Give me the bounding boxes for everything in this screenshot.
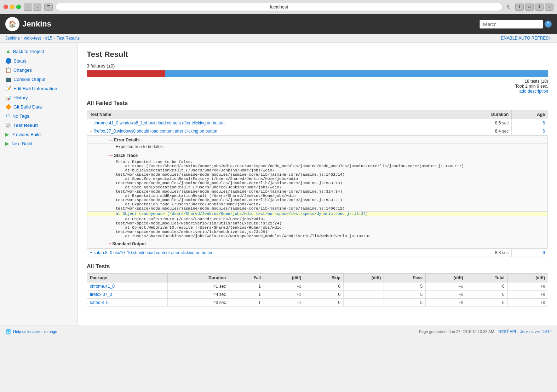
age-link-1[interactable]: 6	[542, 121, 545, 125]
new-tab-button[interactable]: ⧉	[525, 4, 534, 11]
next-build-icon: ▶	[5, 141, 9, 146]
share-button[interactable]: ⬆	[515, 4, 524, 11]
table-row: + chrome.41_0.windows8_1.should load con…	[87, 119, 548, 127]
highlight-line: at Object.<anonymous> (/Users/Shared/Jen…	[87, 212, 548, 216]
test-duration: Took 2 min 9 sec.	[515, 84, 548, 89]
error-details-title: — Error Details	[87, 136, 548, 144]
sidebar-item-no-tags[interactable]: 🏷 No Tags	[0, 111, 77, 121]
jenkins-version-link[interactable]: Jenkins ver. 1.614	[520, 329, 552, 334]
sidebar-item-edit-build[interactable]: 📝 Edit Build Information	[0, 84, 77, 93]
total-cell: 6	[466, 291, 507, 299]
dur-cell: 43 sec	[167, 299, 229, 307]
sidebar-link-status[interactable]: Status	[13, 58, 27, 64]
fail-diff-cell: +1	[264, 299, 304, 307]
maximize-button[interactable]	[16, 5, 21, 9]
sidebar-link-git-build[interactable]: Git Build Data	[13, 104, 42, 110]
close-button[interactable]	[4, 5, 8, 9]
sidebar-link-previous-build[interactable]: Previous Build	[11, 132, 41, 137]
console-icon: 📺	[5, 76, 11, 82]
list-item: firefox.37_0 44 sec 1 +1 0 5 +5 6 +6	[87, 291, 548, 299]
test-stats-right: 18 tests (±0) Took 2 min 9 sec. add desc…	[515, 79, 548, 94]
error-message: Expected true to be false.	[87, 144, 548, 151]
edit-icon: 📝	[5, 86, 11, 91]
sidebar-item-test-result[interactable]: 📰 Test Result	[0, 121, 77, 130]
package-link[interactable]: safari.8_0	[90, 300, 109, 305]
footer-icon: 🌐	[5, 329, 11, 334]
search-input[interactable]	[480, 20, 543, 29]
package-link[interactable]: chrome.41_0	[90, 284, 115, 289]
sidebar-link-history[interactable]: History	[13, 95, 28, 100]
sidebar-item-changes[interactable]: 📋 Changes	[0, 65, 77, 75]
jenkins-title: Jenkins	[22, 19, 51, 29]
rest-api-link[interactable]: REST API	[499, 329, 516, 334]
expand-button[interactable]: +	[90, 121, 92, 125]
col-total-diff: (diff)	[507, 274, 548, 282]
sidebar-link-edit-build[interactable]: Edit Build Information	[13, 86, 57, 91]
all-tests-table: Package Duration Fail (diff) Skip (diff)…	[87, 273, 548, 307]
skip-cell: 0	[304, 291, 344, 299]
localize-link[interactable]: Help us localize this page	[13, 329, 57, 334]
col-fail-diff: (diff)	[264, 274, 304, 282]
extensions-button[interactable]: +	[545, 4, 553, 11]
test-link-3[interactable]: safari.8_0.osx10_10.should load content …	[93, 250, 213, 255]
error-details-row: — Error Details Expected true to be fals…	[87, 135, 548, 249]
total-cell: 6	[466, 282, 507, 291]
sidebar-link-back-to-project[interactable]: Back to Project	[13, 49, 44, 54]
stack-trace-2: at Object.safeExecute (/Users/Shared/Jen…	[87, 216, 548, 240]
total-diff-cell: +6	[507, 282, 548, 291]
back-button[interactable]: ‹	[24, 4, 32, 11]
changes-icon: 📋	[5, 67, 11, 73]
breadcrumb-wdio[interactable]: wdio-test	[24, 36, 41, 41]
download-button[interactable]: ⬇	[535, 4, 544, 11]
col-skip-diff: (diff)	[344, 274, 384, 282]
footer-right: Page generated: Jun 27, 2015 12:13:33 AM…	[419, 329, 552, 334]
add-description-link[interactable]: add description	[519, 89, 548, 94]
sidebar-link-console-output[interactable]: Console Output	[13, 77, 45, 82]
expand-button-2[interactable]: −	[90, 129, 92, 134]
sidebar-item-git-build[interactable]: 🔶 Git Build Data	[0, 102, 77, 111]
jenkins-logo: 🏠 Jenkins	[5, 17, 51, 31]
sidebar-link-changes[interactable]: Changes	[13, 68, 32, 73]
skip-diff-cell	[344, 291, 384, 299]
age-cell-2: 6	[512, 127, 548, 135]
sidebar-item-history[interactable]: 📊 History	[0, 93, 77, 102]
page-generated: Page generated: Jun 27, 2015 12:13:33 AM	[419, 329, 494, 334]
age-link-3[interactable]: 6	[542, 250, 545, 255]
breadcrumb-sep-1: ›	[21, 36, 23, 41]
help-button[interactable]: ?	[545, 21, 552, 28]
content-area: Test Result 3 failures (±0) 18 tests (±0…	[78, 43, 557, 326]
col-dur: Duration	[167, 274, 229, 282]
page-footer: 🌐 Help us localize this page Page genera…	[0, 326, 557, 337]
failed-section-title: All Failed Tests	[87, 100, 548, 106]
sidebar-item-next-build[interactable]: ▶ Next Build	[0, 139, 77, 148]
col-skip: Skip	[304, 274, 344, 282]
sidebar-item-status[interactable]: 🔵 Status	[0, 56, 77, 65]
jenkins-icon: 🏠	[5, 17, 19, 31]
failed-table-body: + chrome.41_0.windows8_1.should load con…	[87, 119, 548, 257]
breadcrumb-test-results[interactable]: Test Results	[57, 36, 80, 41]
package-cell: chrome.41_0	[87, 282, 168, 291]
test-name-cell-2: − firefox.37_0.windows8.should load cont…	[87, 127, 451, 135]
reload-button[interactable]: ↻	[505, 4, 512, 11]
jenkins-header: 🏠 Jenkins ?	[0, 14, 557, 34]
sidebar-item-back-to-project[interactable]: ▲ Back to Project	[0, 46, 77, 56]
sidebar-link-no-tags[interactable]: No Tags	[12, 113, 29, 119]
sidebar-item-console-output[interactable]: 📺 Console Output	[0, 75, 77, 84]
forward-button[interactable]: ›	[33, 4, 41, 11]
package-link[interactable]: firefox.37_0	[90, 292, 112, 297]
duration-cell-1: 8.5 sec	[451, 119, 512, 127]
total-diff-cell: +6	[507, 299, 548, 307]
sidebar-item-previous-build[interactable]: ▶ Previous Build	[0, 130, 77, 139]
sidebar-link-next-build[interactable]: Next Build	[11, 141, 32, 146]
breadcrumb-build[interactable]: #15	[45, 36, 52, 41]
expand-button-3[interactable]: +	[90, 250, 92, 255]
sidebar-link-test-result[interactable]: Test Result	[13, 123, 38, 128]
minimize-button[interactable]	[10, 5, 15, 9]
url-bar[interactable]: localhost	[56, 3, 503, 11]
age-link-2[interactable]: 6	[542, 129, 545, 134]
breadcrumb-jenkins[interactable]: Jenkins	[5, 36, 20, 41]
traffic-lights	[4, 5, 21, 9]
test-link-2[interactable]: firefox.37_0.windows8.should load conten…	[93, 129, 217, 134]
test-link-1[interactable]: chrome.41_0.windows8_1.should load conte…	[93, 121, 224, 125]
auto-refresh-link[interactable]: ENABLE AUTO REFRESH	[501, 36, 552, 41]
